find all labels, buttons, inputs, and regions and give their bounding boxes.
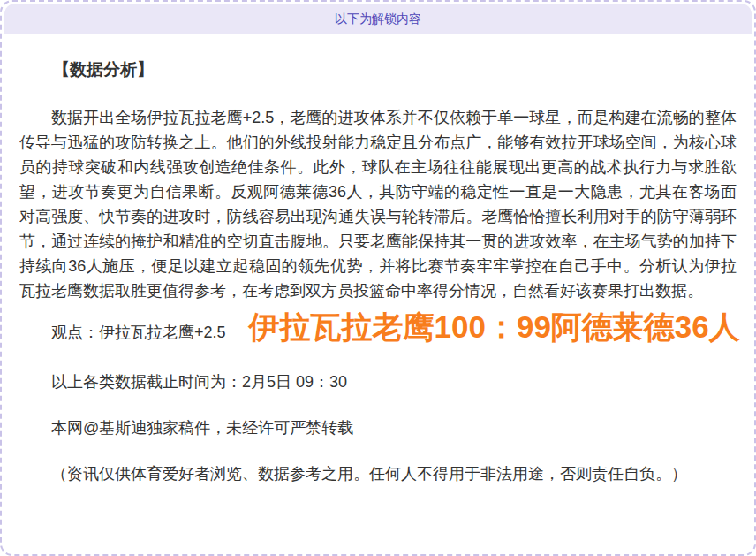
unlock-banner: 以下为解锁内容 <box>4 4 752 34</box>
analysis-paragraph: 数据开出全场伊拉瓦拉老鹰+2.5，老鹰的进攻体系并不仅依赖于单一球星，而是构建在… <box>19 105 737 303</box>
section-title: 【数据分析】 <box>19 58 737 81</box>
unlock-banner-text: 以下为解锁内容 <box>335 11 421 27</box>
opinion-text: 观点：伊拉瓦拉老鹰+2.5 <box>51 324 226 341</box>
opinion-row: 观点：伊拉瓦拉老鹰+2.5伊拉瓦拉老鹰100：99阿德莱德36人 <box>19 307 737 348</box>
article-content: 【数据分析】 数据开出全场伊拉瓦拉老鹰+2.5，老鹰的进攻体系并不仅依赖于单一球… <box>2 58 754 486</box>
unlocked-content-panel: 以下为解锁内容 【数据分析】 数据开出全场伊拉瓦拉老鹰+2.5，老鹰的进攻体系并… <box>0 0 756 556</box>
copyright-text: 本网@基斯迪独家稿件，未经许可严禁转载 <box>19 415 737 440</box>
data-cutoff-text: 以上各类数据截止时间为：2月5日 09：30 <box>19 369 737 394</box>
predicted-score: 伊拉瓦拉老鹰100：99阿德莱德36人 <box>249 309 740 344</box>
disclaimer-text: （资讯仅供体育爱好者浏览、数据参考之用。任何人不得用于非法用途，否则责任自负。） <box>19 461 737 486</box>
